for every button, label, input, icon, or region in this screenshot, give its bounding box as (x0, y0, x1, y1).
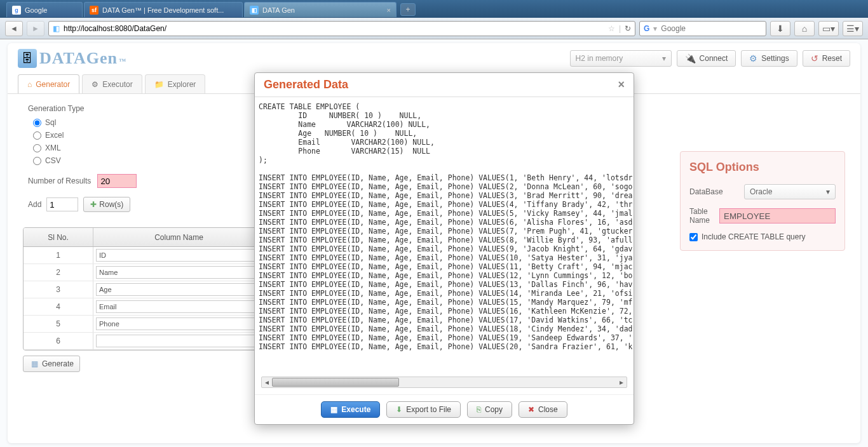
home-button[interactable]: ⌂ (794, 21, 815, 36)
modal-close-button[interactable]: × (618, 78, 625, 91)
menu-button[interactable]: ☰▾ (843, 21, 863, 36)
new-tab-button[interactable]: + (400, 3, 416, 16)
export-button[interactable]: ⬇Export to File (386, 401, 461, 418)
google-icon: G (644, 24, 649, 33)
tab-close-icon[interactable]: × (387, 6, 391, 14)
nav-forward-button[interactable]: ► (27, 21, 44, 36)
search-input[interactable] (661, 24, 762, 33)
modal-title: Generated Data (264, 78, 348, 91)
tab-label: DATA Gen (262, 6, 295, 14)
execute-button[interactable]: ▦Execute (321, 401, 380, 418)
nav-back-button[interactable]: ◄ (5, 21, 23, 36)
copy-button[interactable]: ⎘Copy (467, 401, 512, 418)
site-favicon-icon: ◧ (53, 24, 60, 33)
browser-tab-google[interactable]: g Google (6, 2, 83, 17)
url-bar: ◄ ► ◧ ☆ | ↻ G ▾ ⬇ ⌂ ▭▾ ☰▾ (0, 18, 868, 39)
tab-label: Google (25, 6, 47, 14)
browser-search: G ▾ (639, 21, 766, 36)
scroll-thumb[interactable] (272, 378, 399, 387)
favicon-google: g (12, 6, 21, 15)
browser-tab-sourceforge[interactable]: sf DATA Gen™ | Free Development soft... (84, 2, 243, 17)
generated-sql-output[interactable]: CREATE TABLE EMPLOYEE ( ID NUMBER( 10 ) … (256, 101, 632, 374)
close-icon: ✖ (528, 405, 534, 414)
url-input[interactable] (64, 24, 604, 33)
export-icon: ⬇ (396, 405, 402, 414)
horizontal-scrollbar[interactable]: ◂ ▸ (261, 377, 627, 388)
favicon-datagen: ◧ (250, 6, 259, 15)
browser-tab-datagen[interactable]: ◧ DATA Gen × (244, 2, 397, 17)
bookmark-star-icon[interactable]: ☆ (608, 24, 615, 33)
copy-icon: ⎘ (477, 405, 481, 414)
favicon-sf: sf (90, 6, 98, 15)
reload-icon[interactable]: ↻ (625, 24, 631, 33)
scroll-left-icon[interactable]: ◂ (262, 377, 272, 387)
generated-data-modal: Generated Data × CREATE TABLE EMPLOYEE (… (254, 72, 634, 425)
app-viewport: 🗄 DATAGen™ H2 in memory ▾ 🔌Connect ⚙Sett… (0, 39, 868, 447)
close-button[interactable]: ✖Close (519, 401, 567, 418)
scroll-right-icon[interactable]: ▸ (616, 377, 627, 387)
url-input-wrap: ◧ ☆ | ↻ (48, 21, 635, 36)
tab-label: DATA Gen™ | Free Development soft... (102, 6, 224, 14)
modal-backdrop: Generated Data × CREATE TABLE EMPLOYEE (… (8, 43, 860, 443)
execute-icon: ▦ (330, 405, 337, 414)
download-button[interactable]: ⬇ (770, 21, 790, 36)
bookmarks-button[interactable]: ▭▾ (818, 21, 839, 36)
browser-tab-strip: g Google sf DATA Gen™ | Free Development… (0, 0, 868, 18)
